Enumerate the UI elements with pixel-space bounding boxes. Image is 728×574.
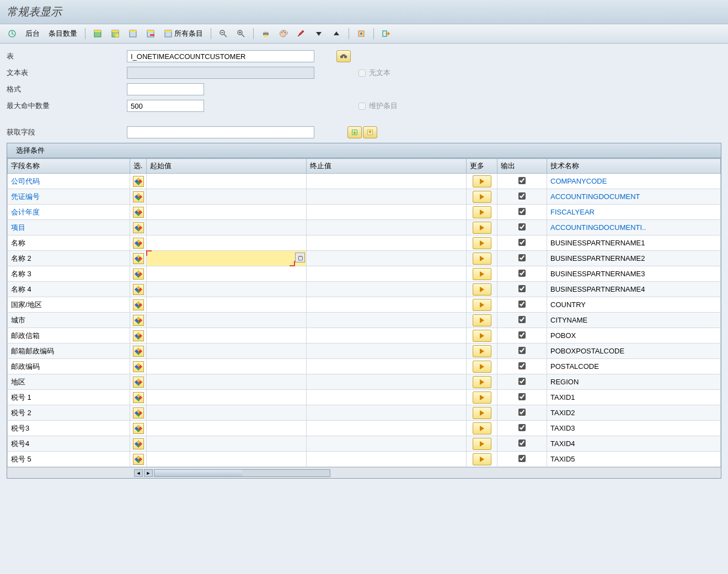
to-value-cell[interactable]: [307, 344, 466, 358]
field-name-cell[interactable]: 名称 4: [8, 282, 130, 297]
field-name-cell[interactable]: 名称 3: [8, 266, 130, 281]
table-input[interactable]: [127, 50, 314, 62]
to-value-cell[interactable]: [307, 328, 466, 343]
entry-count-button[interactable]: 条目数量: [45, 26, 81, 41]
field-name-cell[interactable]: 税号 1: [8, 390, 130, 405]
from-value-cell[interactable]: [147, 235, 306, 250]
more-options-button[interactable]: [473, 361, 491, 373]
field-name-cell[interactable]: 会计年度: [8, 205, 130, 219]
scroll-thumb[interactable]: [154, 470, 242, 476]
field-name-cell[interactable]: 名称 2: [8, 251, 130, 266]
tb-icon-1[interactable]: [90, 27, 105, 40]
field-name-cell[interactable]: 税号4: [8, 436, 130, 451]
more-options-button[interactable]: [473, 283, 491, 296]
select-option-button[interactable]: [133, 392, 144, 403]
output-checkbox[interactable]: [518, 362, 526, 369]
col-sel[interactable]: 选.: [130, 159, 147, 174]
more-options-button[interactable]: [473, 175, 491, 187]
more-options-button[interactable]: [473, 268, 491, 280]
from-value-cell[interactable]: [147, 436, 306, 451]
import-button[interactable]: [347, 126, 362, 138]
select-option-button[interactable]: [133, 191, 144, 202]
to-value-cell[interactable]: [307, 452, 466, 466]
more-options-button[interactable]: [473, 253, 491, 265]
field-name-cell[interactable]: 邮箱邮政编码: [8, 344, 130, 358]
more-options-button[interactable]: [473, 422, 491, 434]
output-checkbox[interactable]: [518, 285, 526, 292]
format-input[interactable]: [127, 83, 204, 95]
output-checkbox[interactable]: [518, 393, 526, 400]
more-options-button[interactable]: [473, 453, 491, 465]
output-checkbox[interactable]: [518, 347, 526, 354]
sort-asc-button[interactable]: [329, 27, 344, 40]
from-value-cell[interactable]: [147, 421, 306, 436]
from-value-cell[interactable]: [147, 297, 306, 312]
output-checkbox[interactable]: [518, 378, 526, 385]
more-options-button[interactable]: [473, 299, 491, 311]
from-value-cell[interactable]: [147, 452, 306, 466]
more-options-button[interactable]: [473, 438, 491, 450]
scroll-left-button[interactable]: ◄: [134, 469, 143, 477]
from-value-cell[interactable]: [147, 313, 306, 328]
output-checkbox[interactable]: [518, 270, 526, 277]
more-options-button[interactable]: [473, 330, 491, 342]
from-value-cell[interactable]: [147, 205, 306, 219]
more-options-button[interactable]: [473, 206, 491, 218]
execute-button[interactable]: [4, 27, 20, 40]
field-name-cell[interactable]: 税号 5: [8, 452, 130, 466]
to-value-cell[interactable]: [307, 282, 466, 297]
from-value-cell[interactable]: [147, 405, 306, 420]
field-name-cell[interactable]: 国家/地区: [8, 297, 130, 312]
exit-button[interactable]: [378, 27, 394, 40]
output-checkbox[interactable]: [518, 439, 526, 447]
sort-desc-button[interactable]: [311, 27, 326, 40]
select-option-button[interactable]: [133, 284, 144, 295]
tb-icon-2[interactable]: [108, 27, 123, 40]
more-options-button[interactable]: [473, 191, 491, 203]
select-option-button[interactable]: [133, 176, 144, 187]
select-option-button[interactable]: [133, 423, 144, 434]
to-value-cell[interactable]: [307, 251, 466, 266]
output-checkbox[interactable]: [518, 301, 526, 308]
from-value-cell[interactable]: [147, 359, 306, 374]
to-value-cell[interactable]: [307, 374, 466, 389]
to-value-cell[interactable]: [307, 313, 466, 328]
select-option-button[interactable]: [133, 346, 144, 357]
from-value-cell[interactable]: [147, 220, 306, 235]
to-value-cell[interactable]: [307, 390, 466, 405]
print-button[interactable]: [258, 27, 274, 40]
to-value-cell[interactable]: [307, 205, 466, 219]
col-from[interactable]: 起始值: [147, 159, 307, 174]
col-more[interactable]: 更多: [467, 159, 497, 174]
col-output[interactable]: 输出: [497, 159, 547, 174]
background-button[interactable]: 后台: [22, 26, 43, 41]
brush-button[interactable]: [293, 27, 309, 40]
from-value-cell[interactable]: [147, 390, 306, 405]
output-checkbox[interactable]: [518, 177, 526, 184]
more-options-button[interactable]: [473, 345, 491, 357]
more-options-button[interactable]: [473, 376, 491, 388]
output-checkbox[interactable]: [518, 331, 526, 339]
to-value-cell[interactable]: [307, 359, 466, 374]
output-checkbox[interactable]: [518, 192, 526, 200]
output-checkbox[interactable]: [518, 455, 526, 462]
get-field-input[interactable]: [127, 126, 314, 138]
field-name-cell[interactable]: 凭证编号: [8, 189, 130, 204]
col-to[interactable]: 终止值: [307, 159, 467, 174]
field-name-cell[interactable]: 地区: [8, 374, 130, 389]
to-value-cell[interactable]: [307, 189, 466, 204]
select-option-button[interactable]: [133, 454, 144, 465]
to-value-cell[interactable]: [307, 436, 466, 451]
from-value-cell[interactable]: [147, 174, 306, 189]
to-value-cell[interactable]: [307, 174, 466, 189]
from-value-cell[interactable]: [147, 282, 306, 297]
from-value-cell[interactable]: [147, 328, 306, 343]
output-checkbox[interactable]: [518, 223, 526, 230]
to-value-cell[interactable]: [307, 266, 466, 281]
select-option-button[interactable]: [133, 222, 144, 233]
output-checkbox[interactable]: [518, 316, 526, 323]
col-tech[interactable]: 技术名称: [547, 159, 721, 174]
field-name-cell[interactable]: 邮政信箱: [8, 328, 130, 343]
field-name-cell[interactable]: 税号3: [8, 421, 130, 436]
more-options-button[interactable]: [473, 407, 491, 419]
